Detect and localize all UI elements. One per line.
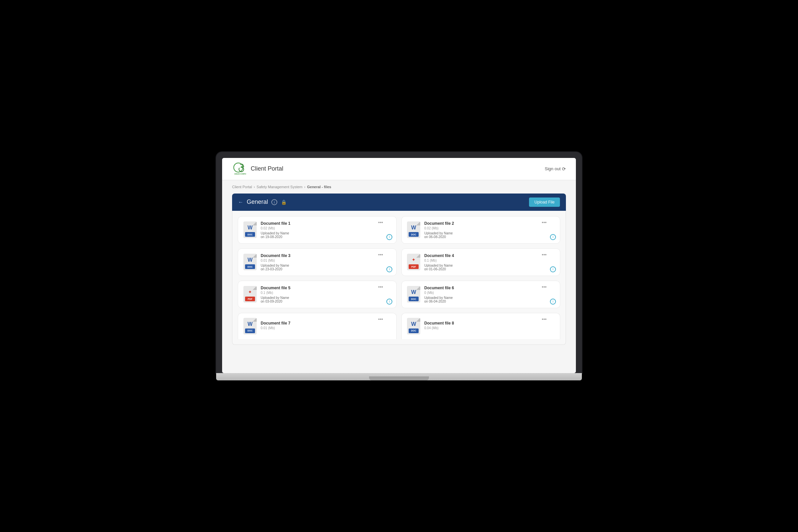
signout-icon: ⟳ xyxy=(562,166,566,172)
file-card-2[interactable]: W DOC Document file 2 0.02 (Mb) Uploaded… xyxy=(401,216,560,244)
word-icon-7: W xyxy=(247,321,252,327)
file-info-btn-3[interactable]: i xyxy=(386,266,392,272)
file-uploader-4: Uploaded by Name xyxy=(424,264,555,267)
file-badge-doc-3: DOC xyxy=(245,264,255,269)
file-menu-2[interactable]: ••• xyxy=(542,220,547,225)
file-date-5: on 03-09-2020 xyxy=(261,300,391,303)
word-icon-1: W xyxy=(247,225,252,231)
file-uploader-1: Uploaded by Name xyxy=(261,231,391,235)
file-badge-doc-7: DOC xyxy=(245,328,255,333)
logo-area: GREEN COMPANY Client Portal xyxy=(232,162,283,176)
upload-file-button[interactable]: Upload File xyxy=(529,197,560,207)
header-title: Client Portal xyxy=(251,165,283,172)
file-date-4: on 01-06-2020 xyxy=(424,267,555,271)
section-title: General xyxy=(247,198,268,206)
breadcrumb-safety[interactable]: Safety Management System xyxy=(257,185,303,189)
file-info-btn-2[interactable]: i xyxy=(550,234,556,240)
file-badge-doc-1: DOC xyxy=(245,232,255,237)
file-info-btn-6[interactable]: i xyxy=(550,299,556,305)
file-date-2: on 06-08-2020 xyxy=(424,235,555,239)
file-name-8: Document file 8 xyxy=(424,321,555,325)
file-icon-4: ✦ PDF xyxy=(407,254,420,270)
laptop-screen: GREEN COMPANY Client Portal Sign out ⟳ C… xyxy=(222,158,576,373)
file-card-7[interactable]: W DOC Document file 7 0.01 (Mb) ••• xyxy=(238,313,397,339)
file-card-3[interactable]: W DOC Document file 3 0.01 (Mb) Uploaded… xyxy=(238,248,397,276)
file-size-3: 0.01 (Mb) xyxy=(261,259,391,262)
file-info-2: Document file 2 0.02 (Mb) Uploaded by Na… xyxy=(424,221,555,239)
file-size-4: 0.1 (Mb) xyxy=(424,259,555,262)
app-body: Client Portal › Safety Management System… xyxy=(222,180,576,373)
file-card-8[interactable]: W DOC Document file 8 0.04 (Mb) ••• xyxy=(401,313,560,339)
file-name-5: Document file 5 xyxy=(261,286,391,290)
file-icon-3: W DOC xyxy=(243,254,257,270)
svg-text:GREEN COMPANY: GREEN COMPANY xyxy=(234,173,246,175)
file-uploader-3: Uploaded by Name xyxy=(261,264,391,267)
company-logo: GREEN COMPANY xyxy=(232,162,246,176)
file-size-7: 0.01 (Mb) xyxy=(261,326,391,330)
file-name-7: Document file 7 xyxy=(261,321,391,325)
file-name-2: Document file 2 xyxy=(424,221,555,226)
file-info-3: Document file 3 0.01 (Mb) Uploaded by Na… xyxy=(261,253,391,271)
file-size-1: 0.02 (Mb) xyxy=(261,226,391,230)
file-size-8: 0.04 (Mb) xyxy=(424,326,555,330)
file-info-btn-4[interactable]: i xyxy=(550,266,556,272)
section-panel: ← General i 🔒 Upload File xyxy=(232,193,566,345)
breadcrumb-client-portal[interactable]: Client Portal xyxy=(232,185,252,189)
file-card-6[interactable]: W DOC Document file 6 0 (Mb) Uploaded by… xyxy=(401,281,560,308)
file-badge-doc-2: DOC xyxy=(408,232,419,237)
pdf-icon-4: ✦ xyxy=(412,257,416,262)
file-name-4: Document file 4 xyxy=(424,253,555,258)
file-info-7: Document file 7 0.01 (Mb) xyxy=(261,321,391,331)
file-card-4[interactable]: ✦ PDF Document file 4 0.1 (Mb) Uploaded … xyxy=(401,248,560,276)
file-menu-4[interactable]: ••• xyxy=(542,252,547,258)
file-badge-pdf-4: PDF xyxy=(408,264,419,269)
section-info-icon[interactable]: i xyxy=(271,199,277,205)
laptop-bezel: GREEN COMPANY Client Portal Sign out ⟳ C… xyxy=(216,152,582,373)
laptop-base xyxy=(216,373,582,380)
file-size-6: 0 (Mb) xyxy=(424,291,555,294)
file-info-btn-5[interactable]: i xyxy=(386,299,392,305)
file-uploader-6: Uploaded by Name xyxy=(424,296,555,300)
section-lock-icon[interactable]: 🔒 xyxy=(281,199,287,205)
file-menu-3[interactable]: ••• xyxy=(378,252,383,258)
file-icon-6: W DOC xyxy=(407,286,420,303)
file-badge-doc-8: DOC xyxy=(408,328,419,333)
sign-out-label: Sign out xyxy=(545,166,560,171)
app-header: GREEN COMPANY Client Portal Sign out ⟳ xyxy=(222,158,576,180)
file-uploader-2: Uploaded by Name xyxy=(424,231,555,235)
file-info-1: Document file 1 0.02 (Mb) Uploaded by Na… xyxy=(261,221,391,239)
breadcrumb-separator-2: › xyxy=(304,185,306,189)
file-menu-1[interactable]: ••• xyxy=(378,220,383,225)
file-size-5: 0.1 (Mb) xyxy=(261,291,391,294)
file-info-5: Document file 5 0.1 (Mb) Uploaded by Nam… xyxy=(261,286,391,303)
file-info-6: Document file 6 0 (Mb) Uploaded by Name … xyxy=(424,286,555,303)
file-card-1[interactable]: W DOC Document file 1 0.02 (Mb) Uploaded… xyxy=(238,216,397,244)
file-uploader-5: Uploaded by Name xyxy=(261,296,391,300)
file-info-btn-1[interactable]: i xyxy=(386,234,392,240)
file-date-3: on 23-03-2020 xyxy=(261,267,391,271)
sign-out-button[interactable]: Sign out ⟳ xyxy=(545,166,566,172)
file-badge-pdf-5: PDF xyxy=(245,297,255,301)
file-menu-8[interactable]: ••• xyxy=(542,317,547,322)
file-card-5[interactable]: ✦ PDF Document file 5 0.1 (Mb) Uploaded … xyxy=(238,281,397,308)
file-menu-6[interactable]: ••• xyxy=(542,284,547,290)
word-icon-8: W xyxy=(411,321,416,327)
file-info-4: Document file 4 0.1 (Mb) Uploaded by Nam… xyxy=(424,253,555,271)
file-icon-5: ✦ PDF xyxy=(243,286,257,303)
file-menu-5[interactable]: ••• xyxy=(378,284,383,290)
breadcrumb-separator-1: › xyxy=(254,185,255,189)
file-name-3: Document file 3 xyxy=(261,253,391,258)
files-grid: W DOC Document file 1 0.02 (Mb) Uploaded… xyxy=(238,216,560,339)
file-badge-doc-6: DOC xyxy=(408,297,419,301)
file-icon-2: W DOC xyxy=(407,222,420,238)
file-menu-7[interactable]: ••• xyxy=(378,317,383,322)
file-info-8: Document file 8 0.04 (Mb) xyxy=(424,321,555,331)
file-icon-1: W DOC xyxy=(243,222,257,238)
word-icon-6: W xyxy=(411,289,416,295)
file-date-6: on 06-04-2020 xyxy=(424,300,555,303)
pdf-icon-5: ✦ xyxy=(248,289,252,294)
back-button[interactable]: ← xyxy=(238,199,243,205)
file-icon-8: W DOC xyxy=(407,318,420,335)
word-icon-3: W xyxy=(247,257,252,263)
word-icon-2: W xyxy=(411,225,416,231)
